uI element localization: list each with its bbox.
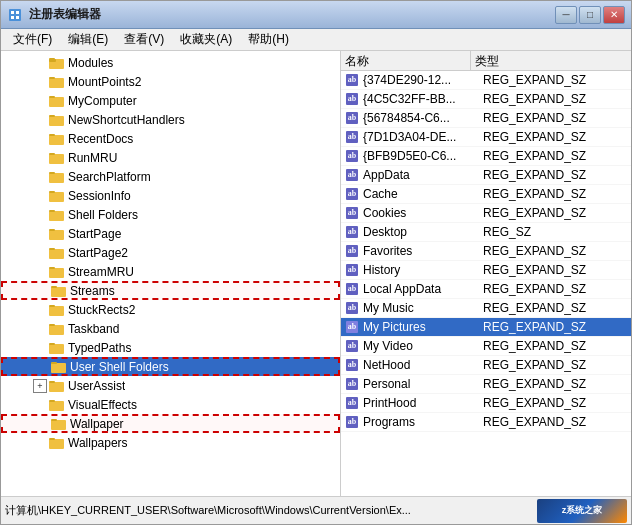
reg-value-name: Local AppData (361, 282, 481, 296)
svg-rect-22 (49, 211, 64, 221)
tree-label: MyComputer (68, 94, 137, 108)
svg-rect-3 (11, 16, 14, 19)
folder-icon (51, 360, 67, 374)
reg-row-2[interactable]: ab {56784854-C6... REG_EXPAND_SZ (341, 109, 631, 128)
reg-row-4[interactable]: ab {BFB9D5E0-C6... REG_EXPAND_SZ (341, 147, 631, 166)
reg-row-3[interactable]: ab {7D1D3A04-DE... REG_EXPAND_SZ (341, 128, 631, 147)
tree-item-visualeffects[interactable]: VisualEffects (1, 395, 340, 414)
reg-row-localappdata[interactable]: ab Local AppData REG_EXPAND_SZ (341, 280, 631, 299)
svg-rect-35 (49, 324, 55, 326)
reg-row-mymusic[interactable]: ab My Music REG_EXPAND_SZ (341, 299, 631, 318)
menu-view[interactable]: 查看(V) (116, 29, 172, 50)
menu-edit[interactable]: 编辑(E) (60, 29, 116, 50)
tree-label: UserAssist (68, 379, 125, 393)
folder-icon (49, 436, 65, 450)
reg-row-5[interactable]: ab AppData REG_EXPAND_SZ (341, 166, 631, 185)
reg-value-icon: ab (343, 261, 361, 279)
tree-label: MountPoints2 (68, 75, 141, 89)
expand-icon[interactable]: + (33, 379, 47, 393)
svg-rect-1 (11, 11, 14, 14)
reg-value-name: History (361, 263, 481, 277)
reg-value-type: REG_SZ (481, 225, 631, 239)
tree-item-mycomputer[interactable]: MyComputer (1, 91, 340, 110)
reg-row-mypictures[interactable]: ab My Pictures REG_EXPAND_SZ (341, 318, 631, 337)
menu-favorites[interactable]: 收藏夹(A) (172, 29, 240, 50)
reg-value-icon: ab (343, 71, 361, 89)
reg-value-icon: ab (343, 185, 361, 203)
reg-value-icon: ab (343, 128, 361, 146)
tree-item-stuckrects2[interactable]: StuckRects2 (1, 300, 340, 319)
main-content: Modules MountPoints2 MyComputer (1, 51, 631, 496)
minimize-button[interactable]: ─ (555, 6, 577, 24)
menu-file[interactable]: 文件(F) (5, 29, 60, 50)
tree-item-newshortcuthandlers[interactable]: NewShortcutHandlers (1, 110, 340, 129)
svg-rect-46 (49, 439, 64, 449)
tree-item-wallpaper[interactable]: Wallpaper (1, 414, 340, 433)
reg-value-icon: ab (343, 242, 361, 260)
svg-rect-11 (49, 96, 55, 98)
reg-row-1[interactable]: ab {4C5C32FF-BB... REG_EXPAND_SZ (341, 90, 631, 109)
reg-value-name: {4C5C32FF-BB... (361, 92, 481, 106)
tree-label: Wallpaper (70, 417, 124, 431)
reg-row-nethood[interactable]: ab NetHood REG_EXPAND_SZ (341, 356, 631, 375)
tree-label: Wallpapers (68, 436, 128, 450)
tree-label: StreamMRU (68, 265, 134, 279)
reg-value-icon: ab (343, 299, 361, 317)
tree-item-startpage2[interactable]: StartPage2 (1, 243, 340, 262)
tree-item-mountpoints2[interactable]: MountPoints2 (1, 72, 340, 91)
reg-row-printhood[interactable]: ab PrintHood REG_EXPAND_SZ (341, 394, 631, 413)
reg-row-programs[interactable]: ab Programs REG_EXPAND_SZ (341, 413, 631, 432)
tree-item-recentdocs[interactable]: RecentDocs (1, 129, 340, 148)
reg-row-6[interactable]: ab Cache REG_EXPAND_SZ (341, 185, 631, 204)
reg-value-name: AppData (361, 168, 481, 182)
col-name-header[interactable]: 名称 (341, 51, 471, 70)
reg-row-myvideo[interactable]: ab My Video REG_EXPAND_SZ (341, 337, 631, 356)
close-button[interactable]: ✕ (603, 6, 625, 24)
menu-help[interactable]: 帮助(H) (240, 29, 297, 50)
tree-scroll-area[interactable]: Modules MountPoints2 MyComputer (1, 51, 340, 496)
tree-item-wallpapers[interactable]: Wallpapers (1, 433, 340, 452)
svg-rect-7 (49, 58, 55, 60)
reg-value-type: REG_EXPAND_SZ (481, 396, 631, 410)
folder-icon (49, 151, 65, 165)
folder-icon (51, 417, 67, 431)
reg-row-personal[interactable]: ab Personal REG_EXPAND_SZ (341, 375, 631, 394)
reg-row-0[interactable]: ab {374DE290-12... REG_EXPAND_SZ (341, 71, 631, 90)
tree-item-typedpaths[interactable]: TypedPaths (1, 338, 340, 357)
reg-value-icon: ab (343, 166, 361, 184)
tree-item-taskband[interactable]: Taskband (1, 319, 340, 338)
tree-item-runmru[interactable]: RunMRU (1, 148, 340, 167)
tree-item-sessioninfo[interactable]: SessionInfo (1, 186, 340, 205)
svg-rect-45 (51, 419, 57, 421)
reg-value-icon: ab (343, 90, 361, 108)
svg-rect-44 (51, 420, 66, 430)
col-type-header[interactable]: 类型 (471, 51, 631, 70)
tree-item-streammru[interactable]: StreamMRU (1, 262, 340, 281)
maximize-button[interactable]: □ (579, 6, 601, 24)
tree-item-startpage[interactable]: StartPage (1, 224, 340, 243)
reg-row-9[interactable]: ab Favorites REG_EXPAND_SZ (341, 242, 631, 261)
tree-item-modules[interactable]: Modules (1, 53, 340, 72)
tree-item-userassist[interactable]: + UserAssist (1, 376, 340, 395)
svg-rect-15 (49, 134, 55, 136)
reg-value-name: Personal (361, 377, 481, 391)
reg-row-7[interactable]: ab Cookies REG_EXPAND_SZ (341, 204, 631, 223)
reg-row-8[interactable]: ab Desktop REG_SZ (341, 223, 631, 242)
svg-rect-12 (49, 116, 64, 126)
values-scroll-area[interactable]: ab {374DE290-12... REG_EXPAND_SZ ab {4C5… (341, 71, 631, 496)
folder-icon (49, 170, 65, 184)
reg-value-name: {374DE290-12... (361, 73, 481, 87)
svg-rect-43 (49, 400, 55, 402)
tree-item-streams[interactable]: Streams (1, 281, 340, 300)
svg-rect-0 (9, 9, 21, 21)
reg-value-type: REG_EXPAND_SZ (481, 206, 631, 220)
tree-item-searchplatform[interactable]: SearchPlatform (1, 167, 340, 186)
tree-item-user-shell-folders[interactable]: User Shell Folders (1, 357, 340, 376)
reg-row-history[interactable]: ab History REG_EXPAND_SZ (341, 261, 631, 280)
tree-label: StuckRects2 (68, 303, 135, 317)
svg-rect-31 (51, 286, 57, 288)
folder-icon (49, 227, 65, 241)
reg-value-name: Cookies (361, 206, 481, 220)
tree-item-shellfolders[interactable]: Shell Folders (1, 205, 340, 224)
folder-icon (49, 132, 65, 146)
